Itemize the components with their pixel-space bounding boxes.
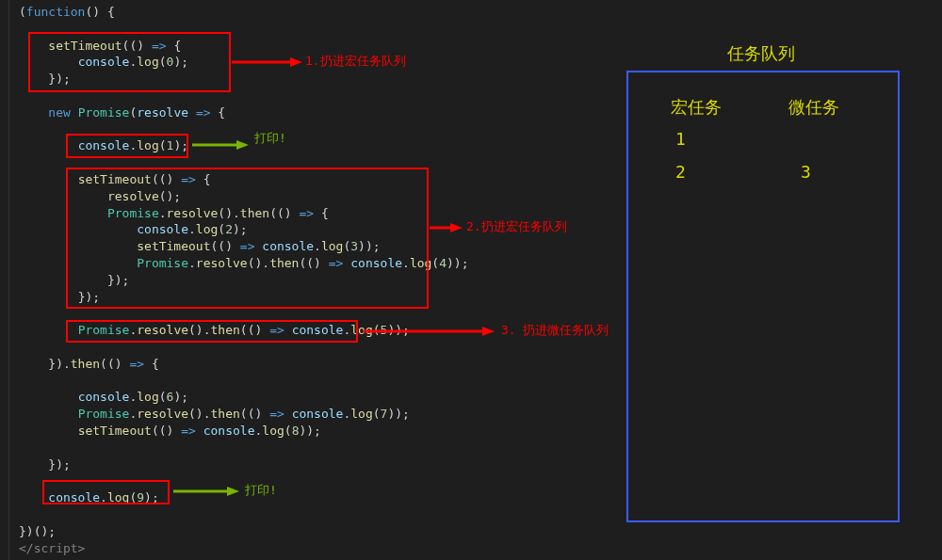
code-line: Promise.resolve().then(() => console.log… bbox=[19, 256, 622, 273]
code-line: }); bbox=[19, 290, 622, 307]
queue-title: 任务队列 bbox=[727, 42, 795, 65]
code-line bbox=[19, 306, 622, 323]
code-line: })(); bbox=[19, 524, 622, 541]
macro-item: 1 bbox=[675, 129, 686, 149]
code-line bbox=[19, 22, 622, 39]
micro-item: 3 bbox=[801, 162, 811, 182]
code-line: setTimeout(() => console.log(3)); bbox=[19, 239, 622, 256]
code-line: console.log(6); bbox=[19, 390, 622, 407]
code-line bbox=[19, 122, 622, 139]
code-line: }); bbox=[19, 273, 622, 290]
code-line: </script> bbox=[19, 541, 622, 558]
annotation-4: 3. 扔进微任务队列 bbox=[501, 322, 609, 339]
code-block: (function() { setTimeout(() => { console… bbox=[19, 5, 622, 557]
code-line: console.log(9); bbox=[19, 490, 622, 507]
code-line: (function() { bbox=[19, 5, 622, 22]
code-line bbox=[19, 473, 622, 490]
annotation-2: 打印! bbox=[254, 130, 286, 147]
code-line bbox=[19, 155, 622, 172]
code-line: console.log(1); bbox=[19, 138, 622, 155]
code-line bbox=[19, 88, 622, 105]
macro-item: 2 bbox=[675, 162, 686, 182]
code-line bbox=[19, 440, 622, 457]
code-line: setTimeout(() => console.log(8)); bbox=[19, 424, 622, 440]
code-line: resolve(); bbox=[19, 189, 622, 206]
code-line: new Promise(resolve => { bbox=[19, 105, 622, 122]
annotation-1: 1.扔进宏任务队列 bbox=[305, 53, 406, 70]
code-line: setTimeout(() => { bbox=[19, 172, 622, 189]
code-line bbox=[19, 340, 622, 357]
code-line bbox=[19, 507, 622, 524]
code-line: }); bbox=[19, 72, 622, 88]
code-line: }); bbox=[19, 457, 622, 474]
annotation-3: 2.扔进宏任务队列 bbox=[466, 218, 567, 235]
micro-label: 微任务 bbox=[788, 96, 839, 119]
queue-box: 宏任务 微任务 1 2 3 bbox=[626, 71, 900, 522]
code-line: }).then(() => { bbox=[19, 357, 622, 374]
code-line: Promise.resolve().then(() => console.log… bbox=[19, 407, 622, 424]
line-gutter bbox=[0, 0, 9, 560]
annotation-5: 打印! bbox=[245, 482, 277, 499]
macro-label: 宏任务 bbox=[671, 96, 722, 119]
code-line bbox=[19, 374, 622, 391]
